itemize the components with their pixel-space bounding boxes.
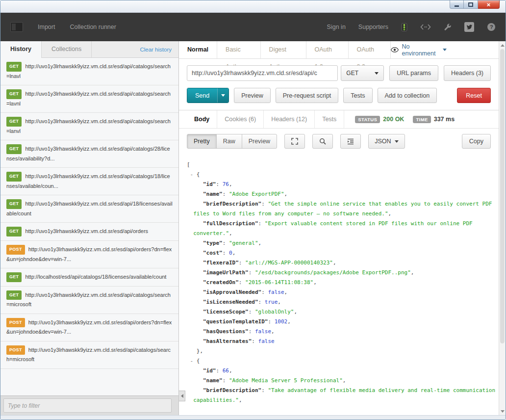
format-value: JSON <box>375 138 391 145</box>
minimize-button[interactable] <box>450 0 464 9</box>
maximize-button[interactable] <box>464 0 478 9</box>
tab-collections[interactable]: Collections <box>42 41 92 57</box>
method-badge: POST <box>6 318 25 328</box>
app-menu-icon[interactable] <box>10 22 23 32</box>
json-line: - { <box>187 170 499 180</box>
environment-selector[interactable]: No environment <box>391 41 447 58</box>
json-token: , <box>294 309 297 315</box>
history-item[interactable]: POSThttp://uvo1y3lrhawskk9yizz.vm.cld.sr… <box>0 314 178 341</box>
copy-button[interactable]: Copy <box>462 134 491 149</box>
history-url: http://uvo1y3lrhawskk9yizz.vm.cld.sr/esd… <box>25 228 148 234</box>
tab-oauth-1[interactable]: OAuth 1.0 <box>306 41 349 58</box>
method-badge: GET <box>6 272 22 282</box>
sign-in-button[interactable]: Sign in <box>327 24 346 30</box>
clear-history-link[interactable]: Clear history <box>140 47 178 52</box>
tab-cookies[interactable]: Cookies (6) <box>217 110 264 128</box>
format-button[interactable] <box>340 134 361 149</box>
json-token: capabilities." <box>193 397 239 403</box>
history-item[interactable]: GEThttp://uvo1y3lrhawskk9yizz.vm.cld.sr/… <box>0 140 178 168</box>
tab-body[interactable]: Body <box>187 110 217 128</box>
history-item[interactable]: GEThttp://uvo1y3lrhawskk9yizz.vm.cld.sr/… <box>0 58 178 85</box>
close-button[interactable] <box>478 0 500 9</box>
json-line: "briefDescription": "Get the simple onli… <box>187 199 499 209</box>
scrollbar-down-button[interactable] <box>499 408 506 415</box>
reset-button[interactable]: Reset <box>457 88 491 103</box>
tab-headers[interactable]: Headers (12) <box>264 110 315 128</box>
auth-tabs: Normal Basic Auth Digest Auth OAuth 1.0 … <box>179 41 499 59</box>
tab-normal[interactable]: Normal <box>179 41 217 58</box>
history-item[interactable]: POSThttp://uvo1y3lrhawskk9yizz.vm.cld.sr… <box>0 341 178 369</box>
wrench-icon[interactable] <box>444 23 452 31</box>
tests-button[interactable]: Tests <box>343 88 372 103</box>
collapse-toggle-icon[interactable]: - <box>190 171 197 178</box>
chevron-down-icon <box>443 49 447 53</box>
help-icon[interactable]: ? <box>487 23 496 31</box>
preview-view-button[interactable]: Preview <box>242 134 277 149</box>
socket-icon[interactable] <box>420 24 431 30</box>
twitter-icon[interactable] <box>464 22 474 32</box>
history-item[interactable]: GEThttp://localhost/esd/api/catalogs/18/… <box>0 268 178 287</box>
history-item[interactable]: GEThttp://uvo1y3lrhawskk9yizz.vm.cld.sr/… <box>0 287 178 314</box>
tab-tests[interactable]: Tests <box>315 110 344 128</box>
method-badge: POST <box>6 245 25 255</box>
send-options-button[interactable] <box>217 88 228 103</box>
url-params-button[interactable]: URL params <box>389 65 438 81</box>
scrollbar-up-button[interactable] <box>499 41 506 49</box>
history-item[interactable]: GEThttp://uvo1y3lrhawskk9yizz.vm.cld.sr/… <box>0 223 178 241</box>
json-token: : <box>261 289 268 295</box>
json-token: : <box>249 309 255 315</box>
raw-view-button[interactable]: Raw <box>216 134 242 149</box>
response-tabs: Body Cookies (6) Headers (12) Tests STAT… <box>179 110 499 129</box>
send-button[interactable]: Send <box>187 88 217 103</box>
json-token: : <box>258 220 265 227</box>
method-select[interactable]: GET <box>341 65 384 81</box>
json-token: "name" <box>203 191 223 197</box>
json-token: , <box>284 289 288 295</box>
collapse-toggle-icon[interactable]: - <box>190 358 197 364</box>
history-url: http://uvo1y3lrhawskk9yizz.vm.cld.sr/esd… <box>6 173 170 189</box>
json-line: "id": 76, <box>187 180 499 189</box>
history-url: http://uvo1y3lrhawskk9yizz.vm.cld.sr/esd… <box>6 246 172 262</box>
json-token: "hasAlternates" <box>203 338 252 344</box>
history-item[interactable]: GEThttp://uvo1y3lrhawskk9yizz.vm.cld.sr/… <box>0 113 178 140</box>
json-token: , <box>333 260 336 266</box>
format-icon <box>347 138 354 145</box>
preview-button[interactable]: Preview <box>234 88 270 103</box>
history-item[interactable]: GEThttp://uvo1y3lrhawskk9yizz.vm.cld.sr/… <box>0 168 178 195</box>
filter-input[interactable] <box>3 398 172 413</box>
collection-runner-button[interactable]: Collection runner <box>70 24 116 30</box>
scrollbar-track[interactable] <box>499 41 506 415</box>
tab-history[interactable]: History <box>0 41 42 58</box>
history-item[interactable]: GEThttp://uvo1y3lrhawskk9yizz.vm.cld.sr/… <box>0 85 178 113</box>
json-token: "Adobe ExportPDF" <box>229 191 284 197</box>
json-token: : <box>258 299 265 305</box>
method-value: GET <box>346 70 358 77</box>
tab-digest-auth[interactable]: Digest Auth <box>261 41 306 58</box>
expand-button[interactable] <box>284 134 305 149</box>
history-item[interactable]: POSThttp://uvo1y3lrhawskk9yizz.vm.cld.sr… <box>0 241 178 268</box>
tab-oauth-2[interactable]: OAuth 2.0 <box>349 41 391 58</box>
add-to-collection-button[interactable]: Add to collection <box>378 88 437 103</box>
collapse-sidebar-button[interactable] <box>179 391 185 401</box>
prerequest-script-button[interactable]: Pre-request script <box>276 88 339 103</box>
json-token: : <box>223 240 229 246</box>
scrollbar-thumb[interactable] <box>500 49 505 343</box>
time-badge: TIME <box>413 116 430 123</box>
traffic-light-icon[interactable] <box>401 23 407 31</box>
json-line: - { <box>187 356 499 366</box>
pretty-view-button[interactable]: Pretty <box>187 134 217 149</box>
import-button[interactable]: Import <box>38 24 55 30</box>
url-input[interactable] <box>187 65 338 81</box>
tab-basic-auth[interactable]: Basic Auth <box>217 41 261 58</box>
supporters-button[interactable]: Supporters <box>358 24 388 30</box>
headers-button[interactable]: Headers (3) <box>444 65 491 81</box>
format-select[interactable]: JSON <box>368 134 405 149</box>
scrollbar-space[interactable] <box>499 344 506 408</box>
json-token: "Export valuable content stored in PDF f… <box>265 220 473 227</box>
json-token: "Take advantage of flexible media delive… <box>268 387 495 394</box>
json-token: , <box>239 397 242 403</box>
json-token: 1002 <box>275 318 288 325</box>
search-button[interactable] <box>312 134 333 149</box>
method-badge: GET <box>6 199 22 209</box>
history-item[interactable]: GEThttp://uvo1y3lrhawskk9yizz.vm.cld.sr/… <box>0 195 178 223</box>
